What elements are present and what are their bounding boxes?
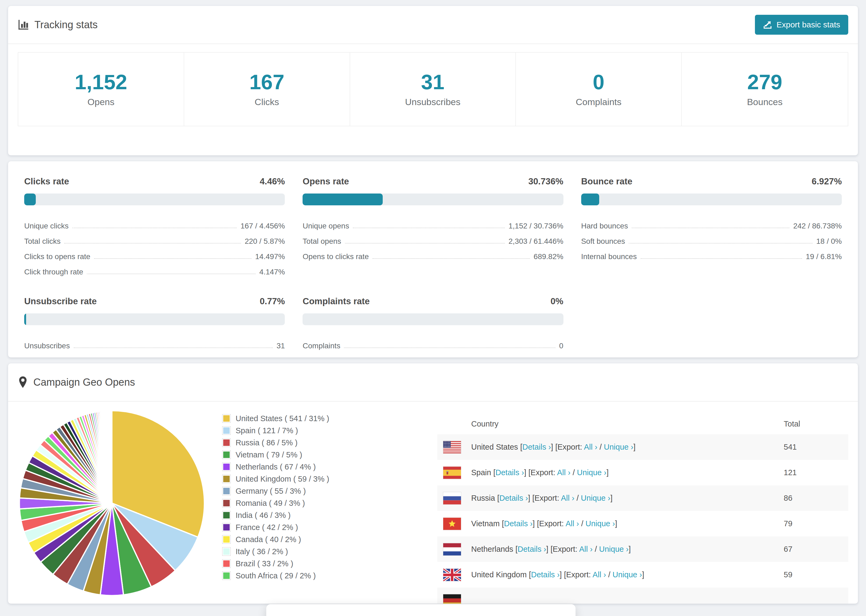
details-link[interactable]: Details › xyxy=(504,519,532,528)
slash-separator: / xyxy=(573,468,575,477)
country-column-header: Country xyxy=(437,420,784,428)
country-name: Spain xyxy=(471,468,491,477)
legend-item[interactable]: Netherlands ( 67 / 4% ) xyxy=(222,462,437,471)
bounce-rate-value: 6.927% xyxy=(812,176,842,187)
rate-detail-label: Total clicks xyxy=(24,237,60,246)
legend-label: Italy ( 36 / 2% ) xyxy=(236,547,288,556)
dotted-leader xyxy=(344,347,555,348)
dotted-leader xyxy=(632,228,789,228)
total-cell: 67 xyxy=(784,545,848,554)
rate-detail-label: Click through rate xyxy=(24,268,83,276)
vn-flag-icon xyxy=(443,518,461,530)
legend-item[interactable]: United States ( 541 / 31% ) xyxy=(222,414,437,423)
legend-label: United States ( 541 / 31% ) xyxy=(236,414,329,423)
legend-item[interactable]: France ( 42 / 2% ) xyxy=(222,523,437,532)
complaints-rate-value: 0% xyxy=(551,296,564,306)
slash-separator: / xyxy=(595,545,597,553)
legend-item[interactable]: India ( 46 / 3% ) xyxy=(222,511,437,520)
geo-card-title-text: Campaign Geo Opens xyxy=(33,377,135,388)
details-link[interactable]: Details › xyxy=(499,494,528,502)
country-cell: Vietnam [Details ›] [Export: All › / Uni… xyxy=(437,518,784,530)
rate-detail-value: 167 / 4.456% xyxy=(241,222,285,230)
geo-table-row: United States [Details ›] [Export: All ›… xyxy=(437,434,848,460)
rate-detail-label: Opens to clicks rate xyxy=(302,252,369,261)
map-marker-icon xyxy=(18,376,28,388)
de-flag-icon xyxy=(443,594,461,604)
export-all-link[interactable]: All › xyxy=(565,519,579,528)
unsubscribe-rate-value: 0.77% xyxy=(260,296,285,306)
pie-slice-other[interactable] xyxy=(111,411,112,503)
clicks-rate-bar xyxy=(24,193,285,205)
slash-separator: / xyxy=(576,494,579,502)
geo-card-header: Campaign Geo Opens xyxy=(8,363,858,402)
legend-swatch xyxy=(222,511,231,520)
export-unique-link[interactable]: Unique › xyxy=(586,519,615,528)
geo-pie-chart[interactable] xyxy=(18,409,206,597)
export-unique-link[interactable]: Unique › xyxy=(599,545,629,553)
geo-table-row: United Kingdom [Details ›] [Export: All … xyxy=(437,562,848,588)
details-link[interactable]: Details › xyxy=(518,545,546,553)
export-unique-link[interactable]: Unique › xyxy=(604,443,633,451)
rate-detail-value: 242 / 86.738% xyxy=(793,222,842,230)
us-flag-icon xyxy=(443,441,461,453)
rate-detail-value: 2,303 / 61.446% xyxy=(509,237,564,246)
legend-item[interactable]: United Kingdom ( 59 / 3% ) xyxy=(222,475,437,484)
legend-item[interactable]: Spain ( 121 / 7% ) xyxy=(222,426,437,435)
export-unique-link[interactable]: Unique › xyxy=(581,494,611,502)
rate-detail-row: Total opens2,303 / 61.446% xyxy=(302,230,563,246)
dotted-leader xyxy=(345,243,505,244)
export-all-link[interactable]: All › xyxy=(561,494,575,502)
country-cell: Russia [Details ›] [Export: All › / Uniq… xyxy=(437,492,784,504)
export-all-link[interactable]: All › xyxy=(557,468,570,477)
country-cell: United States [Details ›] [Export: All ›… xyxy=(437,441,784,453)
geo-card-title: Campaign Geo Opens xyxy=(18,376,135,388)
stat-clicks-label: Clicks xyxy=(255,97,279,107)
unsubscribe-rate-section: Unsubscribe rate 0.77% Unsubscribes31 xyxy=(24,296,285,350)
legend-item[interactable]: Brazil ( 33 / 2% ) xyxy=(222,559,437,568)
country-name: United Kingdom xyxy=(471,570,527,579)
legend-item[interactable]: South Africa ( 29 / 2% ) xyxy=(222,571,437,580)
rate-detail-row: Soft bounces18 / 0% xyxy=(581,230,842,246)
export-unique-link[interactable]: Unique › xyxy=(577,468,606,477)
legend-swatch xyxy=(222,559,231,568)
dotted-leader xyxy=(87,273,255,274)
rate-detail-value: 689.82% xyxy=(534,252,564,261)
details-link[interactable]: Details › xyxy=(522,443,551,451)
export-all-link[interactable]: All › xyxy=(584,443,597,451)
legend-item[interactable]: Italy ( 36 / 2% ) xyxy=(222,547,437,556)
dotted-leader xyxy=(72,228,237,228)
export-icon xyxy=(763,20,772,29)
slash-separator: / xyxy=(581,519,583,528)
details-link[interactable]: Details › xyxy=(495,468,524,477)
tracking-stats-title-text: Tracking stats xyxy=(35,19,98,31)
export-all-link[interactable]: All › xyxy=(592,570,606,579)
legend-item[interactable]: Romania ( 49 / 3% ) xyxy=(222,498,437,508)
geo-table: Country Total United States [Details ›] … xyxy=(437,413,848,603)
es-flag-icon xyxy=(443,467,461,479)
legend-item[interactable]: Germany ( 55 / 3% ) xyxy=(222,486,437,496)
geo-table-header: Country Total xyxy=(437,413,848,434)
bounce-rate-bar xyxy=(581,193,842,205)
unsubscribe-rate-bar xyxy=(24,313,285,325)
rate-detail-row: Unique clicks167 / 4.456% xyxy=(24,215,285,230)
stat-unsubscribes-label: Unsubscribes xyxy=(405,97,460,107)
legend-swatch xyxy=(222,547,231,556)
export-basic-stats-button[interactable]: Export basic stats xyxy=(755,15,848,35)
stat-opens: 1,152 Opens xyxy=(18,53,184,126)
legend-item[interactable]: Vietnam ( 79 / 5% ) xyxy=(222,450,437,459)
export-all-link[interactable]: All › xyxy=(579,545,592,553)
progress-fill xyxy=(302,193,383,205)
stat-complaints-label: Complaints xyxy=(576,97,622,107)
export-button-label: Export basic stats xyxy=(776,20,840,29)
details-link[interactable]: Details › xyxy=(531,570,559,579)
legend-item[interactable]: Canada ( 40 / 2% ) xyxy=(222,535,437,544)
campaign-geo-opens-card: Campaign Geo Opens United States ( 541 /… xyxy=(8,363,858,603)
legend-swatch xyxy=(222,438,231,447)
export-unique-link[interactable]: Unique › xyxy=(612,570,642,579)
progress-fill xyxy=(24,313,26,325)
legend-item[interactable]: Russia ( 86 / 5% ) xyxy=(222,438,437,447)
legend-label: Spain ( 121 / 7% ) xyxy=(236,426,298,435)
geo-table-row: Netherlands [Details ›] [Export: All › /… xyxy=(437,536,848,562)
legend-label: Netherlands ( 67 / 4% ) xyxy=(236,462,316,471)
legend-label: Romania ( 49 / 3% ) xyxy=(236,498,305,508)
